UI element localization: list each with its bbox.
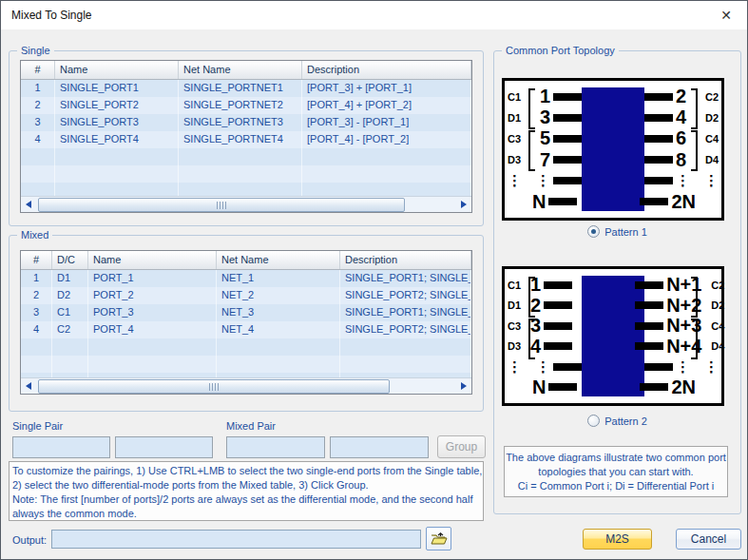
table-cell: D2: [52, 287, 88, 304]
close-icon[interactable]: ✕: [713, 3, 739, 28]
table-row[interactable]: [21, 165, 471, 183]
scroll-left-arrow-icon[interactable]: [21, 378, 36, 394]
browse-button[interactable]: [426, 527, 451, 550]
pin-bar: [553, 156, 582, 164]
ellipsis-dots: ⋮: [673, 174, 696, 187]
topology-groupbox-label: Common Port Topology: [502, 45, 619, 57]
diagram-pin-row: D378D4: [508, 150, 719, 170]
mixed-pair-field-2[interactable]: [330, 436, 429, 458]
table-row[interactable]: [21, 356, 471, 373]
scroll-track[interactable]: [36, 379, 456, 394]
table-cell: [52, 356, 88, 373]
table-row[interactable]: 1D1PORT_1NET_1SINGLE_PORT1; SINGLE_P: [21, 270, 471, 287]
pattern-2-diagram: C11N+1C2D12N+2D2C33N+3C4D34N+4D4⋮⋮⋮⋮N2N: [502, 266, 724, 406]
mixed-groupbox: Mixed #D/CNameNet NameDescription 1D1POR…: [9, 235, 484, 412]
table-cell: D1: [52, 270, 88, 287]
mixed-table-header: #D/CNameNet NameDescription: [21, 251, 471, 270]
table-row[interactable]: 2D2PORT_2NET_2SINGLE_PORT2; SINGLE_P: [21, 287, 471, 304]
radio-icon[interactable]: [587, 225, 600, 238]
pattern-1-diagram: C112C2D134D2C356C4D378D4⋮⋮⋮⋮N2N: [502, 78, 724, 221]
pair-bracket: [528, 319, 535, 359]
instructions-line: To customize the pairings, 1) Use CTRL+L…: [12, 464, 480, 478]
single-pair-field-2[interactable]: [115, 436, 213, 458]
diagram-text: N: [530, 378, 548, 396]
cancel-button[interactable]: Cancel: [676, 529, 741, 550]
column-header[interactable]: #: [21, 251, 52, 269]
diagram-text: D4: [696, 154, 719, 165]
pair-bracket: [691, 88, 698, 129]
mixed-to-single-dialog: Mixed To Single ✕ Single #NameNet NameDe…: [0, 0, 748, 560]
table-cell: [21, 165, 55, 183]
pair-bracket: [691, 319, 698, 359]
table-row[interactable]: 4SINGLE_PORT4SINGLE_PORTNET4[PORT_4] - […: [21, 131, 471, 148]
table-row[interactable]: [21, 148, 471, 165]
ellipsis-dots: ⋮: [673, 360, 696, 374]
pin-bar: [553, 363, 582, 371]
column-header[interactable]: D/C: [52, 251, 88, 269]
radio-icon[interactable]: [587, 415, 600, 427]
mixed-table-body: 1D1PORT_1NET_1SINGLE_PORT1; SINGLE_P2D2P…: [21, 270, 471, 390]
column-header[interactable]: Name: [88, 251, 217, 269]
table-cell: C2: [52, 321, 88, 338]
table-row[interactable]: [21, 338, 471, 356]
diagram-text: C2: [696, 91, 719, 103]
m2s-button[interactable]: M2S: [583, 529, 652, 550]
table-cell: [PORT_4] + [PORT_2]: [302, 97, 471, 114]
table-cell: 2: [21, 97, 55, 114]
table-cell: [PORT_4] - [PORT_2]: [302, 131, 471, 148]
table-row[interactable]: 2SINGLE_PORT2SINGLE_PORTNET2[PORT_4] + […: [21, 97, 471, 114]
column-header[interactable]: Description: [340, 251, 471, 269]
pattern-1-radio[interactable]: Pattern 1: [494, 225, 740, 238]
open-folder-icon: [431, 532, 448, 546]
scroll-thumb[interactable]: [38, 198, 405, 212]
diagram-text: D4: [701, 340, 724, 352]
diagram-pin-row: C356C4: [508, 128, 719, 148]
diagram-pin-row: D34N+4D4: [508, 337, 719, 357]
table-cell: SINGLE_PORT1; SINGLE_P: [340, 304, 471, 321]
output-field[interactable]: [51, 530, 421, 549]
table-row[interactable]: 4C2PORT_4NET_4SINGLE_PORT2; SINGLE_P: [21, 321, 471, 338]
ellipsis-dots: ⋮: [696, 360, 719, 374]
diagram-text: C3: [508, 133, 530, 145]
single-pair-field-1[interactable]: [12, 436, 110, 458]
column-header[interactable]: #: [21, 61, 55, 79]
ellipsis-dots: ⋮: [696, 174, 719, 187]
column-header[interactable]: Description: [302, 61, 471, 79]
single-table-hscrollbar[interactable]: [21, 196, 471, 212]
table-row[interactable]: 3C1PORT_3NET_3SINGLE_PORT1; SINGLE_P: [21, 304, 471, 321]
scroll-track[interactable]: [36, 198, 456, 212]
scroll-right-arrow-icon[interactable]: [456, 378, 471, 394]
scroll-left-arrow-icon[interactable]: [21, 197, 36, 212]
pair-bracket: [691, 277, 698, 318]
table-cell: 1: [21, 270, 52, 287]
ellipsis-dots: ⋮: [530, 174, 553, 187]
table-cell: SINGLE_PORT2; SINGLE_P: [340, 321, 471, 338]
scroll-grip-icon: [209, 383, 220, 391]
ellipsis-dots: ⋮: [530, 360, 553, 374]
table-cell: 1: [21, 80, 55, 97]
pattern-2-radio[interactable]: Pattern 2: [494, 415, 740, 427]
table-cell: [179, 165, 302, 183]
group-button[interactable]: Group: [437, 435, 486, 458]
column-header[interactable]: Net Name: [217, 251, 340, 269]
mixed-pair-field-1[interactable]: [226, 436, 325, 458]
table-row[interactable]: 1SINGLE_PORT1SINGLE_PORTNET1[PORT_3] + […: [21, 80, 471, 97]
diagram-text: 2N: [668, 193, 696, 211]
column-header[interactable]: Name: [55, 61, 179, 79]
table-cell: [302, 148, 471, 165]
pin-bar: [553, 177, 582, 184]
mixed-table-hscrollbar[interactable]: [21, 377, 471, 394]
scroll-thumb[interactable]: [38, 379, 390, 394]
table-cell: NET_1: [217, 270, 340, 287]
mixed-groupbox-label: Mixed: [17, 229, 52, 241]
topology-note-line: The above diagrams illustrate two common…: [505, 451, 727, 465]
table-cell: [340, 338, 471, 356]
column-header[interactable]: Net Name: [179, 61, 302, 79]
diagram-text: N: [530, 193, 548, 211]
scroll-right-arrow-icon[interactable]: [456, 197, 471, 212]
table-row[interactable]: 3SINGLE_PORT3SINGLE_PORTNET3[PORT_3] - […: [21, 114, 471, 131]
instructions-box: To customize the pairings, 1) Use CTRL+L…: [9, 461, 484, 521]
pin-bar: [553, 93, 582, 101]
diagram-pin-row: D12N+2D2: [508, 296, 719, 316]
ellipsis-dots: ⋮: [508, 174, 530, 187]
